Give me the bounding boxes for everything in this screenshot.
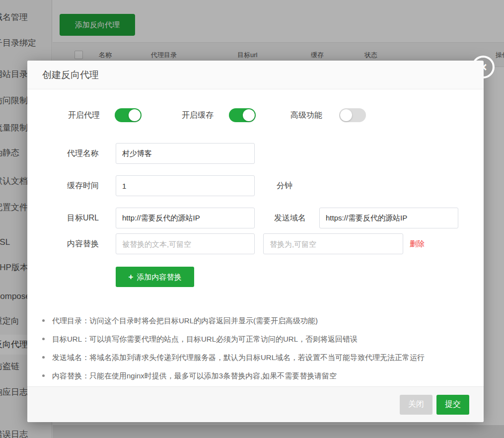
replace-to-input[interactable]	[263, 233, 403, 254]
delete-replace-link[interactable]: 删除	[410, 233, 425, 254]
submit-button[interactable]: 提交	[436, 395, 469, 415]
create-reverse-proxy-dialog: × 创建反向代理 开启代理 开启缓存 高级功能 代理名称 缓存时间 分钟 目标U…	[27, 61, 484, 422]
toggle-knob	[243, 109, 255, 121]
target-url-label: 目标URL	[67, 208, 99, 228]
enable-proxy-toggle[interactable]	[115, 108, 142, 122]
help-note: 发送域名：将域名添加到请求头传递到代理服务器，默认为目标URL域名，若设置不当可…	[52, 348, 469, 366]
cache-time-input[interactable]	[116, 175, 255, 196]
advanced-features-label: 高级功能	[290, 108, 322, 122]
dialog-header: 创建反向代理	[27, 61, 484, 89]
toggle-row: 开启代理 开启缓存 高级功能	[27, 108, 484, 122]
proxy-name-input[interactable]	[116, 143, 255, 164]
cache-time-row: 缓存时间 分钟	[27, 175, 484, 196]
add-content-replace-button[interactable]: +添加内容替换	[116, 267, 194, 287]
dialog-title: 创建反向代理	[42, 61, 99, 89]
target-url-row: 目标URL 发送域名	[27, 208, 484, 228]
cache-time-suffix: 分钟	[277, 175, 292, 196]
proxy-name-row: 代理名称	[27, 143, 484, 164]
advanced-features-toggle[interactable]	[339, 108, 366, 122]
close-button[interactable]: 关闭	[400, 395, 432, 415]
toggle-knob	[129, 109, 141, 121]
send-domain-label: 发送域名	[274, 208, 306, 228]
cache-time-label: 缓存时间	[67, 175, 99, 196]
plus-icon: +	[129, 272, 134, 282]
screenshot-canvas: 域名管理 子目录绑定 网站目录 访问限制 流量限制	[0, 0, 504, 438]
toggle-knob	[340, 109, 352, 121]
replace-from-input[interactable]	[116, 233, 255, 254]
help-notes: 代理目录：访问这个目录时将会把目标URL的内容返回并显示(需要开启高级功能) 目…	[52, 311, 469, 385]
enable-proxy-label: 开启代理	[68, 108, 100, 122]
dialog-footer: 关闭 提交	[27, 386, 484, 422]
add-content-replace-label: 添加内容替换	[137, 273, 181, 281]
help-note: 代理目录：访问这个目录时将会把目标URL的内容返回并显示(需要开启高级功能)	[52, 311, 469, 330]
help-note: 目标URL：可以填写你需要代理的站点，目标URL必须为可正常访问的URL，否则将…	[52, 330, 469, 348]
content-replace-label: 内容替换	[67, 233, 99, 254]
target-url-input[interactable]	[116, 208, 255, 228]
enable-cache-label: 开启缓存	[182, 108, 214, 122]
content-replace-row: 内容替换 删除	[27, 233, 484, 254]
send-domain-input[interactable]	[319, 208, 458, 228]
enable-cache-toggle[interactable]	[229, 108, 256, 122]
help-note: 内容替换：只能在使用nginx时提供，最多可以添加3条替换内容,如果不需要替换请…	[52, 366, 469, 385]
proxy-name-label: 代理名称	[67, 143, 99, 164]
